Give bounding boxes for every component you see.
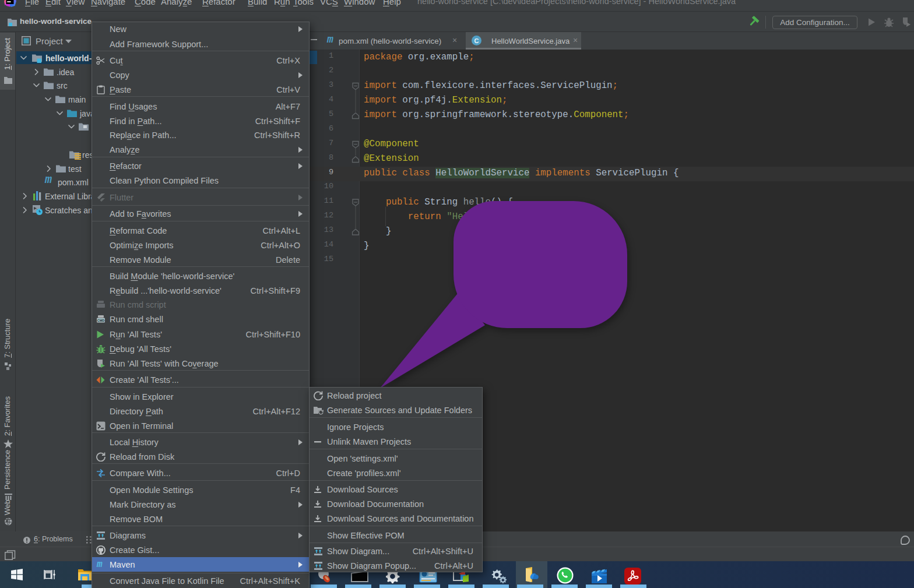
svg-text:CMD: CMD (97, 319, 105, 322)
